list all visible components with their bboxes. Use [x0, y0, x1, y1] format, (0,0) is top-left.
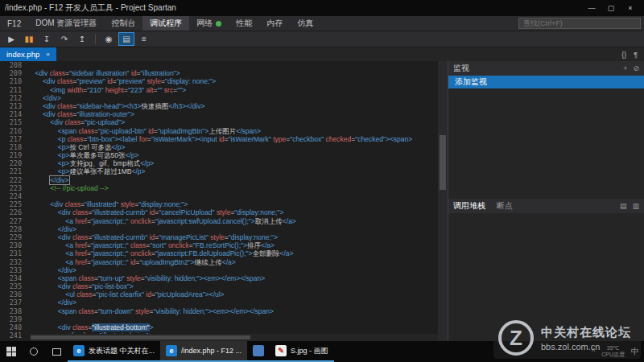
step-into-icon[interactable]: ↧ — [39, 32, 55, 46]
search-button[interactable] — [23, 341, 45, 362]
subtab-callstack[interactable]: 调用堆栈 — [453, 200, 485, 212]
line-number[interactable]: 223 — [0, 184, 27, 192]
code-text: <img width="210" height="223" alt="" src… — [27, 86, 186, 94]
line-number[interactable]: 214 — [0, 110, 27, 118]
line-number[interactable]: 234 — [0, 274, 27, 282]
line-number[interactable]: 237 — [0, 298, 27, 306]
code-line-222: 222 </div> — [0, 176, 438, 184]
line-number[interactable]: 210 — [0, 77, 27, 85]
code-line-224: 224 — [0, 192, 438, 200]
clear-watch-icon[interactable]: ⊘ — [633, 64, 639, 72]
taskbar-task-paint[interactable]: ✎S.jpg - 画图 — [270, 341, 334, 362]
step-out-icon[interactable]: ↥ — [74, 32, 90, 46]
toolbar-divider — [95, 34, 96, 44]
code-line-235: 235 <div class="pic-list-box"> — [0, 282, 438, 290]
line-number[interactable]: 228 — [0, 225, 27, 233]
menubar: F12DOM 资源管理器控制台调试程序网络性能内存仿真 — [0, 16, 644, 31]
continue-icon[interactable]: ▶ — [3, 32, 19, 46]
line-number[interactable]: 231 — [0, 249, 27, 257]
debug-toolbar: ▶▮▮↧↷↥◉▤≡ — [0, 31, 644, 47]
task-label: 发表话题 中关村在... — [89, 346, 155, 356]
line-number[interactable]: 229 — [0, 233, 27, 241]
code-line-227: 227 <a href="javascript:;" onclick="java… — [0, 217, 438, 225]
pretty-print-icon[interactable]: {} — [621, 51, 626, 59]
vertical-scrollbar-thumb[interactable] — [440, 135, 446, 190]
line-number[interactable]: 212 — [0, 94, 27, 102]
line-number[interactable]: 217 — [0, 135, 27, 143]
menu-item-console[interactable]: 控制台 — [104, 16, 142, 31]
line-number[interactable]: 216 — [0, 127, 27, 135]
menu-item-performance[interactable]: 性能 — [229, 16, 259, 31]
line-number[interactable]: 218 — [0, 143, 27, 151]
watch-title: 监视 — [453, 63, 469, 74]
break-on-exception-icon[interactable]: ◉ — [101, 32, 117, 46]
file-tabstrip: index.php× {}¶ — [0, 47, 644, 61]
add-watch-icon[interactable]: + — [623, 64, 627, 72]
menu-item-f12[interactable]: F12 — [0, 16, 28, 31]
line-number[interactable]: 236 — [0, 290, 27, 298]
line-number[interactable]: 235 — [0, 282, 27, 290]
code-text: <p class="btn-box"><label for="isWaterMa… — [27, 135, 412, 143]
line-number[interactable]: 240 — [0, 323, 27, 331]
line-number[interactable]: 227 — [0, 217, 27, 225]
line-number[interactable]: 209 — [0, 69, 27, 77]
stack-options-icon[interactable]: ▥ — [632, 202, 639, 210]
menu-item-emulation[interactable]: 仿真 — [290, 16, 320, 31]
menu-item-debugger[interactable]: 调试程序 — [142, 16, 189, 31]
line-number[interactable]: 215 — [0, 118, 27, 126]
subtab-breakpoints[interactable]: 断点 — [497, 200, 513, 212]
code-line-213: 213 <div class="sidebar-head"><h3>快速插图</… — [0, 102, 438, 110]
line-number[interactable]: 208 — [0, 61, 27, 69]
close-button[interactable]: × — [621, 2, 639, 14]
code-text: <p>按 Ctrl 可多选</p> — [27, 143, 125, 151]
debug-options-icon[interactable]: ≡ — [136, 32, 152, 46]
code-text: <span class="turn-up" style="visibility:… — [27, 274, 265, 282]
code-line-240: 240 <div class="illustrated-bottom"> — [0, 323, 438, 331]
line-number[interactable]: 225 — [0, 200, 27, 208]
menu-item-label: F12 — [7, 19, 21, 28]
line-number[interactable]: 241 — [0, 331, 27, 339]
app-icon — [253, 345, 264, 356]
line-number[interactable]: 224 — [0, 192, 27, 200]
task-view-button[interactable] — [45, 341, 68, 362]
line-number[interactable]: 222 — [0, 176, 27, 184]
code-text: </div> — [27, 176, 69, 184]
taskbar-task-app[interactable] — [247, 341, 270, 362]
taskbar-task-browser-zol[interactable]: e发表话题 中关村在... — [68, 341, 160, 362]
line-number[interactable]: 232 — [0, 258, 27, 266]
horizontal-scrollbar[interactable] — [31, 334, 438, 341]
line-number[interactable]: 226 — [0, 208, 27, 216]
maximize-button[interactable]: ▢ — [602, 2, 620, 14]
taskbar-task-f12-window[interactable]: e/index.php - F12 ... — [160, 341, 247, 362]
code-text: <div class="illustrated-curmb" id="cance… — [27, 208, 283, 216]
break-icon[interactable]: ▮▮ — [21, 32, 37, 46]
line-number[interactable]: 230 — [0, 241, 27, 249]
line-number[interactable]: 238 — [0, 307, 27, 315]
line-number[interactable]: 219 — [0, 151, 27, 159]
code-line-228: 228 </div> — [0, 225, 438, 233]
line-number[interactable]: 211 — [0, 86, 27, 94]
menu-item-dom-explorer[interactable]: DOM 资源管理器 — [28, 16, 104, 31]
line-number[interactable]: 239 — [0, 315, 27, 323]
add-watch-row[interactable]: 添加监视 — [448, 76, 644, 88]
menu-item-memory[interactable]: 内存 — [259, 16, 290, 31]
line-number[interactable]: 220 — [0, 159, 27, 167]
line-number[interactable]: 221 — [0, 167, 27, 175]
step-over-icon[interactable]: ↷ — [56, 32, 72, 46]
stack-frames-icon[interactable]: ▤ — [620, 202, 627, 210]
tab-close-icon[interactable]: × — [46, 51, 50, 58]
search-input[interactable] — [523, 19, 636, 27]
horizontal-scrollbar-thumb[interactable] — [31, 335, 250, 339]
code-line-232: 232 <a href="javascript:;" id="uploadImg… — [0, 258, 438, 266]
vertical-scrollbar[interactable] — [438, 61, 448, 341]
search-box[interactable] — [518, 18, 641, 29]
start-button[interactable] — [0, 341, 23, 362]
menu-item-network[interactable]: 网络 — [189, 16, 229, 31]
minimize-button[interactable]: — — [583, 2, 601, 14]
just-my-code-icon[interactable]: ▤ — [118, 32, 134, 46]
line-number[interactable]: 233 — [0, 266, 27, 274]
code-editor[interactable]: 208209 <div class="sidebar illustration"… — [0, 61, 438, 341]
line-number[interactable]: 213 — [0, 102, 27, 110]
tab-index-php[interactable]: index.php× — [0, 47, 56, 61]
word-wrap-icon[interactable]: ¶ — [634, 51, 638, 59]
